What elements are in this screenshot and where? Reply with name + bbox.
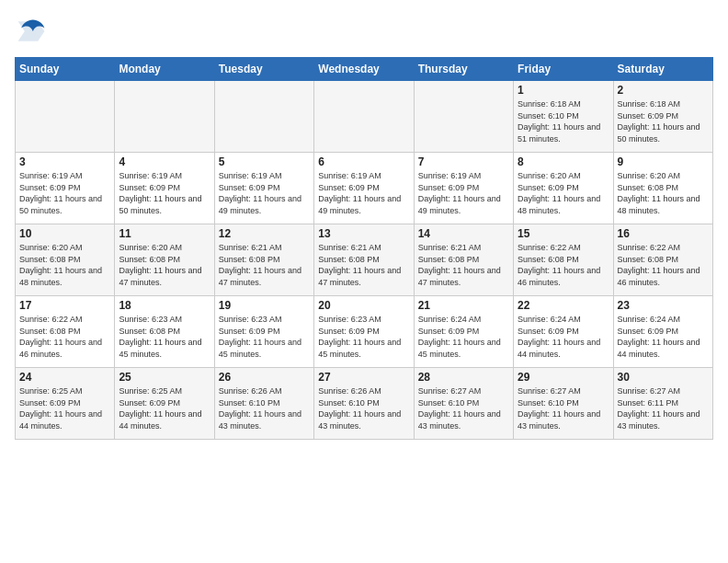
logo [15, 15, 53, 48]
day-info: Sunrise: 6:20 AM Sunset: 6:09 PM Dayligh… [518, 170, 609, 216]
day-cell [115, 81, 214, 153]
day-number: 1 [518, 84, 609, 97]
calendar-body: 1Sunrise: 6:18 AM Sunset: 6:10 PM Daylig… [16, 81, 713, 440]
day-cell: 1Sunrise: 6:18 AM Sunset: 6:10 PM Daylig… [514, 81, 613, 153]
header-cell-wednesday: Wednesday [314, 58, 414, 81]
header-cell-saturday: Saturday [613, 58, 712, 81]
day-info: Sunrise: 6:26 AM Sunset: 6:10 PM Dayligh… [318, 385, 409, 431]
day-number: 20 [318, 299, 409, 312]
day-cell: 13Sunrise: 6:21 AM Sunset: 6:08 PM Dayli… [314, 224, 414, 296]
week-row-3: 10Sunrise: 6:20 AM Sunset: 6:08 PM Dayli… [16, 224, 713, 296]
day-number: 19 [219, 299, 310, 312]
day-number: 16 [618, 227, 709, 240]
day-info: Sunrise: 6:27 AM Sunset: 6:10 PM Dayligh… [418, 385, 509, 431]
week-row-4: 17Sunrise: 6:22 AM Sunset: 6:08 PM Dayli… [16, 296, 713, 368]
day-number: 5 [219, 155, 310, 168]
day-cell: 12Sunrise: 6:21 AM Sunset: 6:08 PM Dayli… [214, 224, 313, 296]
day-number: 13 [318, 227, 409, 240]
day-number: 7 [418, 155, 509, 168]
day-cell: 17Sunrise: 6:22 AM Sunset: 6:08 PM Dayli… [16, 296, 115, 368]
day-number: 24 [19, 371, 110, 384]
day-cell: 22Sunrise: 6:24 AM Sunset: 6:09 PM Dayli… [514, 296, 613, 368]
day-info: Sunrise: 6:23 AM Sunset: 6:09 PM Dayligh… [318, 314, 409, 360]
header-row: SundayMondayTuesdayWednesdayThursdayFrid… [16, 58, 713, 81]
day-cell: 28Sunrise: 6:27 AM Sunset: 6:10 PM Dayli… [414, 368, 513, 440]
day-info: Sunrise: 6:22 AM Sunset: 6:08 PM Dayligh… [618, 242, 709, 288]
header-cell-sunday: Sunday [16, 58, 115, 81]
day-cell: 4Sunrise: 6:19 AM Sunset: 6:09 PM Daylig… [115, 153, 214, 224]
day-number: 15 [518, 227, 609, 240]
day-cell: 18Sunrise: 6:23 AM Sunset: 6:08 PM Dayli… [115, 296, 214, 368]
day-cell: 2Sunrise: 6:18 AM Sunset: 6:09 PM Daylig… [613, 81, 712, 153]
day-info: Sunrise: 6:21 AM Sunset: 6:08 PM Dayligh… [219, 242, 310, 288]
day-info: Sunrise: 6:21 AM Sunset: 6:08 PM Dayligh… [418, 242, 509, 288]
day-number: 21 [418, 299, 509, 312]
header-cell-tuesday: Tuesday [214, 58, 313, 81]
day-cell [16, 81, 115, 153]
day-cell: 25Sunrise: 6:25 AM Sunset: 6:09 PM Dayli… [115, 368, 214, 440]
day-info: Sunrise: 6:19 AM Sunset: 6:09 PM Dayligh… [318, 170, 409, 216]
day-number: 4 [119, 155, 210, 168]
day-info: Sunrise: 6:20 AM Sunset: 6:08 PM Dayligh… [19, 242, 110, 288]
day-cell [414, 81, 513, 153]
day-cell: 26Sunrise: 6:26 AM Sunset: 6:10 PM Dayli… [214, 368, 313, 440]
page: SundayMondayTuesdayWednesdayThursdayFrid… [0, 0, 728, 447]
day-info: Sunrise: 6:24 AM Sunset: 6:09 PM Dayligh… [618, 314, 709, 360]
day-number: 6 [318, 155, 409, 168]
day-cell: 23Sunrise: 6:24 AM Sunset: 6:09 PM Dayli… [613, 296, 712, 368]
header-cell-monday: Monday [115, 58, 214, 81]
week-row-5: 24Sunrise: 6:25 AM Sunset: 6:09 PM Dayli… [16, 368, 713, 440]
day-number: 2 [618, 84, 709, 97]
day-cell [314, 81, 414, 153]
day-cell: 11Sunrise: 6:20 AM Sunset: 6:08 PM Dayli… [115, 224, 214, 296]
day-info: Sunrise: 6:18 AM Sunset: 6:10 PM Dayligh… [518, 98, 609, 144]
day-cell: 21Sunrise: 6:24 AM Sunset: 6:09 PM Dayli… [414, 296, 513, 368]
header-cell-friday: Friday [514, 58, 613, 81]
header-cell-thursday: Thursday [414, 58, 513, 81]
calendar-table: SundayMondayTuesdayWednesdayThursdayFrid… [15, 57, 713, 440]
day-info: Sunrise: 6:23 AM Sunset: 6:09 PM Dayligh… [219, 314, 310, 360]
day-cell: 19Sunrise: 6:23 AM Sunset: 6:09 PM Dayli… [214, 296, 313, 368]
day-cell: 9Sunrise: 6:20 AM Sunset: 6:08 PM Daylig… [613, 153, 712, 224]
day-number: 11 [119, 227, 210, 240]
day-number: 28 [418, 371, 509, 384]
day-info: Sunrise: 6:27 AM Sunset: 6:11 PM Dayligh… [618, 385, 709, 431]
day-cell: 14Sunrise: 6:21 AM Sunset: 6:08 PM Dayli… [414, 224, 513, 296]
day-cell: 7Sunrise: 6:19 AM Sunset: 6:09 PM Daylig… [414, 153, 513, 224]
day-number: 8 [518, 155, 609, 168]
day-cell: 20Sunrise: 6:23 AM Sunset: 6:09 PM Dayli… [314, 296, 414, 368]
day-info: Sunrise: 6:21 AM Sunset: 6:08 PM Dayligh… [318, 242, 409, 288]
day-info: Sunrise: 6:25 AM Sunset: 6:09 PM Dayligh… [119, 385, 210, 431]
day-cell: 3Sunrise: 6:19 AM Sunset: 6:09 PM Daylig… [16, 153, 115, 224]
day-info: Sunrise: 6:25 AM Sunset: 6:09 PM Dayligh… [19, 385, 110, 431]
day-cell: 8Sunrise: 6:20 AM Sunset: 6:09 PM Daylig… [514, 153, 613, 224]
day-number: 26 [219, 371, 310, 384]
day-cell [214, 81, 313, 153]
day-cell: 10Sunrise: 6:20 AM Sunset: 6:08 PM Dayli… [16, 224, 115, 296]
day-info: Sunrise: 6:22 AM Sunset: 6:08 PM Dayligh… [19, 314, 110, 360]
day-cell: 29Sunrise: 6:27 AM Sunset: 6:10 PM Dayli… [514, 368, 613, 440]
calendar-header: SundayMondayTuesdayWednesdayThursdayFrid… [16, 58, 713, 81]
week-row-2: 3Sunrise: 6:19 AM Sunset: 6:09 PM Daylig… [16, 153, 713, 224]
day-info: Sunrise: 6:26 AM Sunset: 6:10 PM Dayligh… [219, 385, 310, 431]
day-info: Sunrise: 6:19 AM Sunset: 6:09 PM Dayligh… [219, 170, 310, 216]
day-info: Sunrise: 6:20 AM Sunset: 6:08 PM Dayligh… [618, 170, 709, 216]
day-number: 17 [19, 299, 110, 312]
day-info: Sunrise: 6:24 AM Sunset: 6:09 PM Dayligh… [418, 314, 509, 360]
day-info: Sunrise: 6:23 AM Sunset: 6:08 PM Dayligh… [119, 314, 210, 360]
day-number: 14 [418, 227, 509, 240]
day-info: Sunrise: 6:19 AM Sunset: 6:09 PM Dayligh… [418, 170, 509, 216]
day-info: Sunrise: 6:24 AM Sunset: 6:09 PM Dayligh… [518, 314, 609, 360]
day-cell: 5Sunrise: 6:19 AM Sunset: 6:09 PM Daylig… [214, 153, 313, 224]
day-number: 25 [119, 371, 210, 384]
day-cell: 27Sunrise: 6:26 AM Sunset: 6:10 PM Dayli… [314, 368, 414, 440]
day-number: 10 [19, 227, 110, 240]
day-cell: 16Sunrise: 6:22 AM Sunset: 6:08 PM Dayli… [613, 224, 712, 296]
day-number: 18 [119, 299, 210, 312]
day-number: 22 [518, 299, 609, 312]
day-info: Sunrise: 6:27 AM Sunset: 6:10 PM Dayligh… [518, 385, 609, 431]
day-cell: 30Sunrise: 6:27 AM Sunset: 6:11 PM Dayli… [613, 368, 712, 440]
day-number: 29 [518, 371, 609, 384]
day-cell: 15Sunrise: 6:22 AM Sunset: 6:08 PM Dayli… [514, 224, 613, 296]
day-info: Sunrise: 6:19 AM Sunset: 6:09 PM Dayligh… [119, 170, 210, 216]
